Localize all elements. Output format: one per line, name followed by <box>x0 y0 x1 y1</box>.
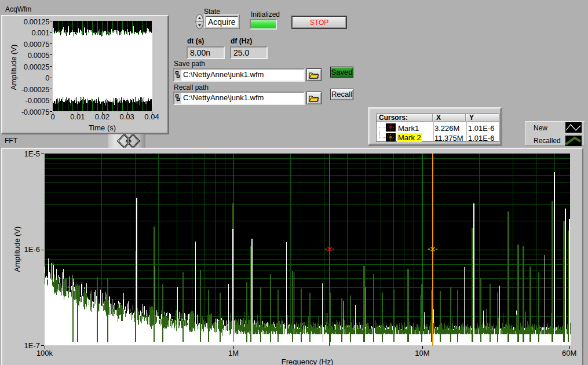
svg-text:0.00125: 0.00125 <box>24 17 49 26</box>
svg-text:1M: 1M <box>228 349 239 357</box>
svg-text:Time (s): Time (s) <box>89 123 116 132</box>
svg-text:0.0005: 0.0005 <box>28 51 50 60</box>
svg-text:Frequency (Hz): Frequency (Hz) <box>282 357 334 365</box>
svg-text:0.01: 0.01 <box>70 112 85 121</box>
svg-text:0.02: 0.02 <box>95 112 109 121</box>
svg-text:0.04: 0.04 <box>144 112 159 121</box>
svg-text:0.00025: 0.00025 <box>24 63 49 71</box>
svg-text:-0.00075: -0.00075 <box>21 108 49 116</box>
svg-text:Amplitude (V): Amplitude (V) <box>13 227 21 272</box>
svg-text:0: 0 <box>50 112 54 121</box>
svg-text:10M: 10M <box>415 349 429 357</box>
svg-text:0.001: 0.001 <box>31 28 49 37</box>
svg-text:0: 0 <box>45 74 49 82</box>
svg-text:100k: 100k <box>36 349 53 357</box>
svg-text:-0.00025: -0.00025 <box>21 85 49 94</box>
svg-text:60M: 60M <box>562 349 576 357</box>
svg-text:1E-6: 1E-6 <box>24 245 40 254</box>
svg-text:-0.0005: -0.0005 <box>25 96 49 105</box>
svg-text:1E-5: 1E-5 <box>24 149 40 158</box>
svg-text:0.00075: 0.00075 <box>24 40 49 49</box>
svg-text:0.03: 0.03 <box>120 112 134 121</box>
svg-text:Amplitude (V): Amplitude (V) <box>9 45 18 90</box>
